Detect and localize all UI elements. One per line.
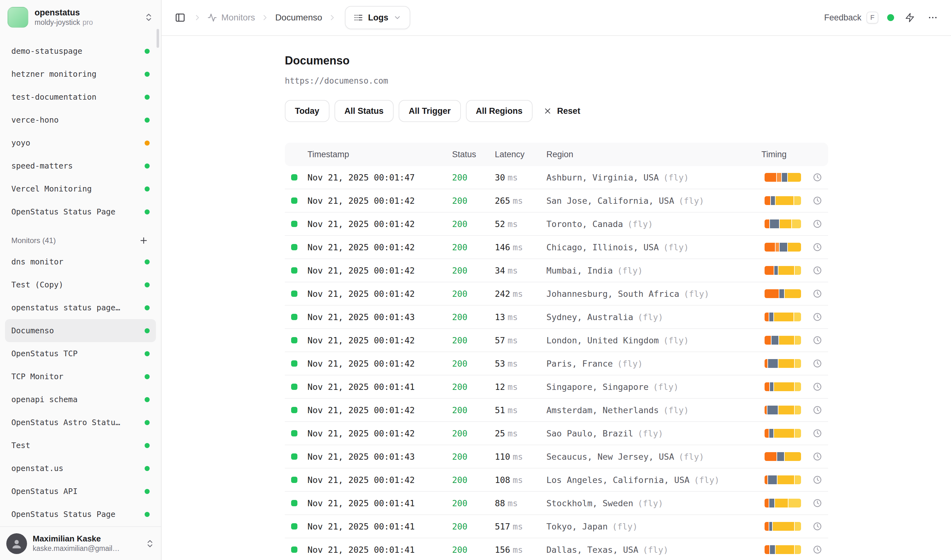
monitor-url[interactable]: https://documenso.com	[285, 76, 828, 86]
filter-regions-button[interactable]: All Regions	[466, 100, 533, 122]
table-row[interactable]: Nov 21, 2025 00:01:42 200 108ms Los Ange…	[285, 469, 828, 492]
table-row[interactable]: Nov 21, 2025 00:01:41 200 517ms Tokyo, J…	[285, 515, 828, 538]
sidebar-monitor-openapi-schema[interactable]: openapi schema	[5, 388, 156, 411]
filter-status-button[interactable]: All Status	[334, 100, 394, 122]
command-menu-button[interactable]	[903, 11, 917, 25]
sidebar-page-yoyo[interactable]: yoyo	[5, 131, 156, 154]
timing-details-button[interactable]	[807, 334, 828, 346]
row-timestamp: Nov 21, 2025 00:01:42	[308, 196, 452, 206]
filter-date-button[interactable]: Today	[285, 100, 329, 122]
status-dot	[145, 282, 150, 288]
status-square-icon	[291, 197, 297, 204]
col-region[interactable]: Region	[546, 150, 762, 159]
timing-details-button[interactable]	[807, 427, 828, 439]
row-latency: 242	[495, 289, 510, 299]
timing-details-button[interactable]	[807, 520, 828, 532]
row-region-provider: (fly)	[663, 242, 689, 252]
breadcrumb-current[interactable]: Documenso	[275, 12, 322, 23]
timing-details-button[interactable]	[807, 218, 828, 230]
table-row[interactable]: Nov 21, 2025 00:01:42 200 25ms Sao Paulo…	[285, 422, 828, 445]
table-row[interactable]: Nov 21, 2025 00:01:41 200 12ms Singapore…	[285, 375, 828, 399]
filter-trigger-button[interactable]: All Trigger	[399, 100, 461, 122]
sidebar-page-verce-hono[interactable]: verce-hono	[5, 108, 156, 131]
timing-details-button[interactable]	[807, 474, 828, 486]
status-dot	[145, 259, 150, 265]
table-row[interactable]: Nov 21, 2025 00:01:42 200 51ms Amsterdam…	[285, 399, 828, 422]
timing-details-button[interactable]	[807, 381, 828, 393]
sidebar-item-label: Documenso	[11, 326, 54, 335]
sidebar-monitor-openstatus-status-page[interactable]: openstatus status page…	[5, 296, 156, 319]
col-latency[interactable]: Latency	[495, 150, 546, 159]
table-row[interactable]: Nov 21, 2025 00:01:47 200 30ms Ashburn, …	[285, 166, 828, 189]
timing-details-button[interactable]	[807, 311, 828, 323]
reset-filters-button[interactable]: Reset	[538, 100, 586, 122]
breadcrumb-monitors[interactable]: Monitors	[208, 12, 255, 23]
logs-view-dropdown[interactable]: Logs	[345, 6, 411, 29]
table-row[interactable]: Nov 21, 2025 00:01:41 200 156ms Dallas, …	[285, 538, 828, 560]
row-region-provider: (fly)	[663, 335, 689, 345]
table-row[interactable]: Nov 21, 2025 00:01:42 200 57ms London, U…	[285, 329, 828, 352]
sidebar-monitor-openstatus-api[interactable]: OpenStatus API	[5, 480, 156, 503]
sidebar-monitor-openstat-us[interactable]: openstat.us	[5, 457, 156, 480]
system-status-dot[interactable]	[887, 14, 894, 21]
table-row[interactable]: Nov 21, 2025 00:01:42 200 53ms Paris, Fr…	[285, 352, 828, 375]
filter-bar: Today All Status All Trigger All Regions…	[285, 100, 828, 122]
sidebar-toggle-button[interactable]	[173, 10, 188, 25]
col-status[interactable]: Status	[452, 150, 495, 159]
sidebar-monitor-dns-monitor[interactable]: dns monitor	[5, 250, 156, 273]
timing-bar	[765, 406, 801, 414]
sidebar-scrollbar[interactable]	[157, 29, 159, 48]
plus-icon	[139, 236, 148, 245]
status-dot	[145, 209, 150, 214]
timing-details-button[interactable]	[807, 357, 828, 369]
col-timestamp[interactable]: Timestamp	[308, 150, 452, 159]
sidebar-page-test-documentation[interactable]: test-documentation	[5, 86, 156, 108]
feedback-button[interactable]: Feedback F	[824, 12, 879, 23]
sidebar-monitor-openstatus-status-page[interactable]: OpenStatus Status Page	[5, 503, 156, 526]
table-row[interactable]: Nov 21, 2025 00:01:42 200 265ms San Jose…	[285, 189, 828, 212]
row-region: Chicago, Illinois, USA	[546, 242, 659, 252]
user-name: Maximilian Kaske	[33, 534, 120, 544]
row-status-code: 200	[452, 359, 495, 369]
workspace-switcher[interactable]: openstatus moldy-joystickpro	[0, 0, 161, 34]
main-area: Monitors Documenso Logs Feedback	[162, 0, 951, 560]
table-row[interactable]: Nov 21, 2025 00:01:43 200 110ms Secaucus…	[285, 445, 828, 469]
sidebar-monitor-test[interactable]: Test	[5, 434, 156, 457]
timing-details-button[interactable]	[807, 288, 828, 300]
sidebar-page-speed-matters[interactable]: speed-matters	[5, 154, 156, 177]
table-row[interactable]: Nov 21, 2025 00:01:41 200 88ms Stockholm…	[285, 492, 828, 515]
timing-details-button[interactable]	[807, 497, 828, 509]
sidebar-page-demo-statuspage[interactable]: demo-statuspage	[5, 40, 156, 63]
sidebar-monitor-test-copy[interactable]: Test (Copy)	[5, 273, 156, 296]
col-timing[interactable]: Timing	[762, 150, 807, 159]
status-dot	[145, 118, 150, 123]
sidebar-monitor-documenso[interactable]: Documenso	[5, 319, 156, 342]
sidebar-page-hetzner-monitoring[interactable]: hetzner monitoring	[5, 63, 156, 86]
user-menu[interactable]: Maximilian Kaske kaske.maximilian@gmail…	[0, 526, 161, 560]
add-monitor-button[interactable]	[138, 235, 150, 246]
sidebar-monitor-openstatus-astro-statu[interactable]: OpenStatus Astro Statu…	[5, 411, 156, 434]
timing-details-button[interactable]	[807, 451, 828, 463]
workspace-plan: moldy-joystickpro	[35, 18, 93, 26]
timing-details-button[interactable]	[807, 544, 828, 555]
sidebar-monitor-openstatus-tcp[interactable]: OpenStatus TCP	[5, 342, 156, 365]
row-timestamp: Nov 21, 2025 00:01:42	[308, 266, 452, 275]
row-latency-unit: ms	[508, 172, 518, 182]
table-row[interactable]: Nov 21, 2025 00:01:42 200 52ms Toronto, …	[285, 212, 828, 236]
table-row[interactable]: Nov 21, 2025 00:01:42 200 242ms Johannes…	[285, 282, 828, 306]
status-dot	[145, 72, 150, 77]
more-options-button[interactable]	[926, 10, 940, 25]
row-timestamp: Nov 21, 2025 00:01:41	[308, 382, 452, 392]
sidebar-page-vercel-monitoring[interactable]: Vercel Monitoring	[5, 177, 156, 200]
timing-details-button[interactable]	[807, 265, 828, 276]
timing-details-button[interactable]	[807, 195, 828, 206]
timing-details-button[interactable]	[807, 171, 828, 183]
table-row[interactable]: Nov 21, 2025 00:01:42 200 146ms Chicago,…	[285, 236, 828, 259]
timing-details-button[interactable]	[807, 241, 828, 253]
table-row[interactable]: Nov 21, 2025 00:01:42 200 34ms Mumbai, I…	[285, 259, 828, 282]
sidebar-page-openstatus-status-page[interactable]: OpenStatus Status Page	[5, 200, 156, 223]
table-row[interactable]: Nov 21, 2025 00:01:43 200 13ms Sydney, A…	[285, 306, 828, 329]
sidebar-monitor-tcp-monitor[interactable]: TCP Monitor	[5, 365, 156, 388]
timing-details-button[interactable]	[807, 404, 828, 416]
row-region: Dallas, Texas, USA	[546, 545, 639, 555]
